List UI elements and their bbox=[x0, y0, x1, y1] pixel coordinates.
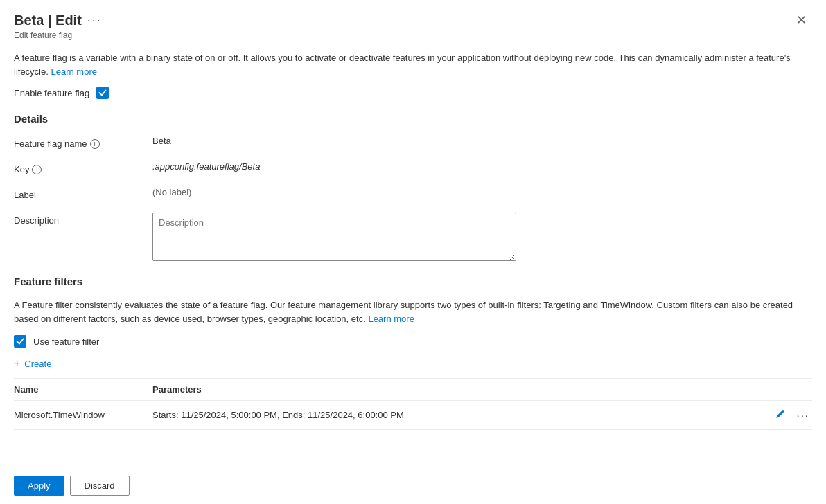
plus-icon: + bbox=[14, 357, 20, 370]
filter-intro-text: A Feature filter consistently evaluates … bbox=[14, 298, 812, 325]
use-feature-filter-checkbox[interactable] bbox=[14, 335, 26, 348]
key-label: Key bbox=[14, 164, 29, 174]
label-row: Label (No label) bbox=[14, 187, 812, 200]
enable-feature-flag-row: Enable feature flag bbox=[14, 87, 812, 99]
col-header-parameters: Parameters bbox=[152, 379, 764, 401]
label-label: Label bbox=[14, 190, 36, 200]
description-input[interactable] bbox=[152, 213, 516, 261]
edit-filter-button[interactable] bbox=[773, 408, 788, 422]
panel-more-options[interactable]: ··· bbox=[87, 13, 102, 28]
feature-flag-name-label: Feature flag name bbox=[14, 138, 87, 149]
feature-flag-name-info-icon[interactable]: i bbox=[90, 139, 100, 149]
intro-text: A feature flag is a variable with a bina… bbox=[14, 51, 812, 78]
panel-title: Beta | Edit bbox=[14, 12, 82, 28]
key-info-icon[interactable]: i bbox=[32, 165, 42, 174]
enable-label: Enable feature flag bbox=[14, 88, 89, 98]
filter-params-cell: Starts: 11/25/2024, 5:00:00 PM, Ends: 11… bbox=[152, 401, 764, 430]
create-filter-row[interactable]: + Create bbox=[14, 357, 812, 370]
use-filter-row: Use feature filter bbox=[14, 335, 812, 348]
label-value: (No label) bbox=[152, 184, 191, 197]
more-options-button[interactable]: ··· bbox=[793, 408, 812, 422]
footer-bar: Apply Discard bbox=[0, 467, 826, 504]
learn-more-link-intro[interactable]: Learn more bbox=[51, 66, 96, 77]
discard-button[interactable]: Discard bbox=[70, 476, 130, 496]
key-value: .appconfig.featureflag/Beta bbox=[152, 159, 260, 172]
create-label: Create bbox=[24, 359, 51, 369]
description-row: Description bbox=[14, 213, 812, 263]
feature-flag-name-value: Beta bbox=[152, 133, 171, 146]
learn-more-link-filters[interactable]: Learn more bbox=[368, 314, 414, 324]
apply-button[interactable]: Apply bbox=[14, 476, 64, 496]
panel-header: Beta | Edit ··· ✕ Edit feature flag bbox=[0, 0, 826, 40]
filters-table: Name Parameters Microsoft.TimeWindow Sta… bbox=[14, 379, 812, 430]
feature-flag-name-row: Feature flag name i Beta bbox=[14, 136, 812, 149]
filter-name-cell: Microsoft.TimeWindow bbox=[14, 401, 152, 430]
panel-subtitle: Edit feature flag bbox=[14, 30, 812, 40]
use-filter-label: Use feature filter bbox=[33, 336, 99, 347]
details-section-title: Details bbox=[14, 113, 812, 125]
panel-body: A feature flag is a variable with a bina… bbox=[0, 40, 826, 485]
col-header-name: Name bbox=[14, 379, 152, 401]
enable-feature-flag-checkbox[interactable] bbox=[96, 87, 109, 99]
edit-panel: Beta | Edit ··· ✕ Edit feature flag A fe… bbox=[0, 0, 826, 504]
feature-filters-title: Feature filters bbox=[14, 276, 812, 287]
feature-filters-section: Feature filters A Feature filter consist… bbox=[14, 276, 812, 430]
key-row: Key i .appconfig.featureflag/Beta bbox=[14, 161, 812, 174]
table-row: Microsoft.TimeWindow Starts: 11/25/2024,… bbox=[14, 401, 812, 430]
description-label: Description bbox=[14, 215, 59, 226]
close-button[interactable]: ✕ bbox=[791, 11, 812, 29]
